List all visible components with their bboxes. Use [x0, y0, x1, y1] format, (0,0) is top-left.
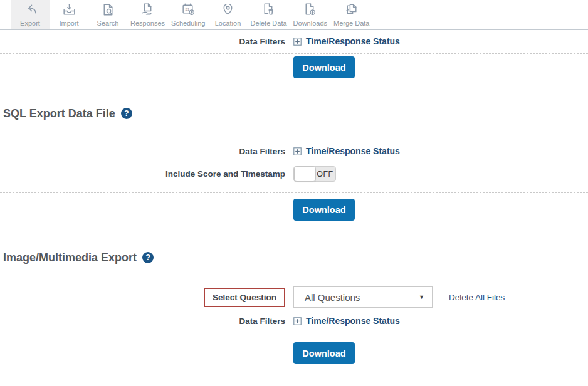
toolbar-item-label: Downloads	[293, 19, 327, 27]
toolbar-item-export[interactable]: Export	[11, 0, 50, 29]
dropdown-selected-value: All Questions	[305, 292, 419, 303]
toolbar-item-label: Responses	[130, 19, 165, 27]
media-export-title: Image/Multimedia Export ?	[0, 249, 588, 266]
toolbar-item-label: Search	[97, 19, 119, 27]
select-question-label: Select Question	[213, 293, 276, 302]
expand-plus-icon	[293, 147, 302, 155]
time-response-status-link[interactable]: Time/Response Status	[293, 36, 400, 46]
data-filters-label: Data Filters	[0, 316, 285, 326]
delete-data-icon	[261, 2, 276, 18]
toolbar-item-location[interactable]: Location	[208, 0, 247, 29]
toolbar-item-merge-data[interactable]: Merge Data	[330, 0, 372, 29]
toolbar-item-delete-data[interactable]: Delete Data	[247, 0, 290, 29]
import-icon	[61, 2, 77, 18]
download-button[interactable]: Download	[293, 56, 355, 78]
media-export-section: Select Question All Questions ▼ Delete A…	[0, 278, 588, 364]
expand-plus-icon	[293, 317, 302, 325]
toolbar-item-label: Delete Data	[250, 19, 286, 27]
question-select-dropdown[interactable]: All Questions ▼	[293, 286, 433, 308]
time-response-status-link[interactable]: Time/Response Status	[293, 146, 400, 156]
toolbar-item-label: Import	[59, 19, 78, 27]
toolbar: Export Import Search Responses 31 Schedu	[0, 0, 588, 30]
download-button[interactable]: Download	[293, 342, 355, 364]
download-button[interactable]: Download	[293, 199, 355, 221]
section-divider	[0, 336, 588, 336]
score-timestamp-toggle[interactable]: OFF	[293, 166, 336, 182]
data-filters-label: Data Filters	[0, 147, 285, 156]
help-icon[interactable]: ?	[121, 108, 132, 119]
section-divider	[0, 192, 588, 193]
merge-data-icon	[344, 2, 359, 18]
search-icon	[100, 2, 116, 18]
toolbar-item-label: Merge Data	[333, 19, 369, 27]
toolbar-item-downloads[interactable]: Downloads	[290, 0, 330, 29]
toolbar-item-label: Location	[215, 19, 241, 27]
sql-export-title: SQL Export Data File ?	[0, 105, 588, 122]
select-question-highlight: Select Question	[204, 288, 285, 307]
toolbar-item-label: Export	[20, 19, 40, 27]
location-icon	[220, 2, 236, 18]
help-icon[interactable]: ?	[142, 252, 154, 263]
toolbar-item-import[interactable]: Import	[50, 0, 88, 29]
sql-export-section: Data Filters Time/Response Status Includ…	[0, 133, 588, 221]
toggle-state-label: OFF	[315, 170, 335, 179]
time-response-status-link[interactable]: Time/Response Status	[293, 316, 400, 326]
toolbar-item-label: Scheduling	[171, 19, 205, 27]
top-export-section: Data Filters Time/Response Status Downlo…	[0, 34, 588, 78]
scheduling-icon: 31	[181, 2, 196, 18]
include-score-label: Include Score and Timestamp	[0, 169, 285, 179]
toggle-knob	[294, 166, 316, 182]
svg-text:31: 31	[185, 7, 189, 11]
section-divider	[0, 53, 588, 54]
downloads-icon	[302, 2, 318, 18]
expand-plus-icon	[293, 38, 302, 46]
chevron-down-icon: ▼	[419, 294, 424, 300]
delete-all-files-link[interactable]: Delete All Files	[449, 293, 505, 302]
data-filters-label: Data Filters	[0, 37, 285, 46]
responses-icon	[140, 2, 155, 18]
toolbar-item-responses[interactable]: Responses	[127, 0, 168, 29]
toolbar-item-scheduling[interactable]: 31 Scheduling	[168, 0, 208, 29]
export-icon	[23, 2, 38, 18]
toolbar-item-search[interactable]: Search	[88, 0, 127, 29]
